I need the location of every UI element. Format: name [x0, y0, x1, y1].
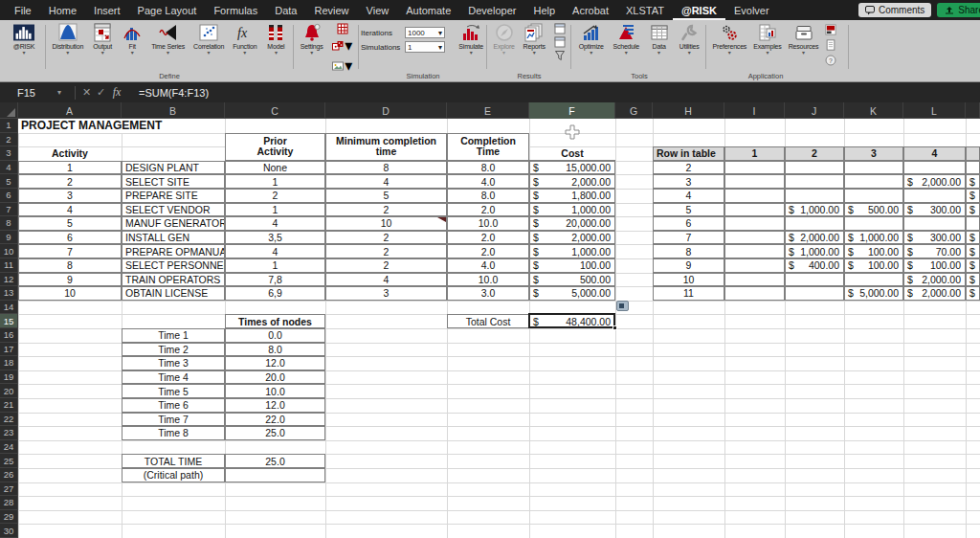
- cell-prior-activity[interactable]: 1: [225, 258, 325, 273]
- cell-table-value[interactable]: [844, 216, 903, 231]
- ribbon-small-button-iteration-grid[interactable]: [337, 23, 348, 34]
- header-times-of-nodes[interactable]: Times of nodes: [225, 314, 325, 328]
- cell-activity-no[interactable]: 8: [18, 258, 122, 273]
- cell-activity-no[interactable]: 10: [18, 286, 122, 301]
- cell-cost[interactable]: $1,000.00: [529, 203, 615, 217]
- ribbon-button-simulate[interactable]: Simulate▾: [458, 23, 483, 56]
- row-header-18[interactable]: 18: [0, 356, 18, 370]
- cell-table-value[interactable]: $1,000.00: [844, 231, 903, 245]
- cell-table-value[interactable]: $1,000.00: [785, 203, 844, 217]
- share-button[interactable]: Share: [937, 3, 980, 17]
- ribbon-small-button-thumbnails[interactable]: ▾: [332, 56, 352, 75]
- cell-time-label[interactable]: Time 4: [122, 370, 225, 385]
- ribbon-button-model[interactable]: Model▾: [265, 23, 286, 56]
- row-header-5[interactable]: 5: [0, 174, 18, 189]
- ribbon-button-optimize[interactable]: Optimize▾: [579, 23, 604, 56]
- cell-total-cost-label[interactable]: Total Cost: [447, 314, 529, 328]
- column-header-f[interactable]: F: [529, 102, 615, 119]
- cell-table-value[interactable]: [724, 244, 785, 258]
- cell-min-completion-time[interactable]: 3: [325, 286, 447, 301]
- cell-table-value-partial[interactable]: $: [966, 258, 980, 273]
- menu-tab-view[interactable]: View: [358, 0, 398, 20]
- header-cost[interactable]: Cost: [529, 146, 615, 161]
- menu-tab-risk[interactable]: @RISK: [673, 0, 725, 20]
- menu-tab-file[interactable]: File: [6, 0, 40, 20]
- cell-activity-no[interactable]: 6: [18, 231, 122, 245]
- row-header-22[interactable]: 22: [0, 413, 18, 427]
- cell-table-value[interactable]: [724, 216, 785, 231]
- ribbon-button-schedule[interactable]: Schedule▾: [612, 23, 639, 56]
- simulations-select[interactable]: 1▾: [405, 41, 445, 53]
- row-header-10[interactable]: 10: [0, 244, 18, 258]
- ribbon-button-examples[interactable]: Examples▾: [753, 23, 781, 56]
- ribbon-button-utilities[interactable]: Utilities▾: [679, 23, 700, 56]
- ribbon-button-preferences[interactable]: Preferences▾: [713, 23, 747, 56]
- menu-tab-insert[interactable]: Insert: [85, 0, 129, 20]
- header-table-col-3[interactable]: 3: [844, 146, 903, 161]
- row-header-30[interactable]: 30: [0, 524, 18, 538]
- cell-min-completion-time[interactable]: 4: [325, 273, 447, 287]
- header-minimum-completion-time[interactable]: Minimum completiontime: [325, 133, 447, 161]
- ribbon-button-fit[interactable]: Fit▾: [122, 23, 143, 56]
- cell-table-value-partial[interactable]: $: [966, 286, 980, 301]
- ribbon-small-button-newreport[interactable]: [825, 39, 836, 51]
- row-header-14[interactable]: 14: [0, 301, 18, 315]
- cell-table-value[interactable]: [785, 273, 844, 287]
- row-header-16[interactable]: 16: [0, 328, 18, 343]
- cell-table-value[interactable]: [724, 273, 785, 287]
- ribbon-small-button-random-static[interactable]: ▾: [332, 36, 352, 55]
- cell-time-value[interactable]: 22.0: [225, 413, 325, 427]
- ribbon-button-function[interactable]: fxFunction▾: [233, 23, 256, 56]
- cell-table-value[interactable]: $100.00: [844, 258, 903, 273]
- cell-table-value[interactable]: [903, 189, 966, 203]
- cell-table-value[interactable]: [903, 216, 966, 231]
- cell-table-value[interactable]: $300.00: [903, 203, 966, 217]
- enter-icon[interactable]: ✓: [94, 86, 108, 99]
- cell-activity-name[interactable]: INSTALL GEN: [122, 231, 225, 245]
- cancel-icon[interactable]: ✕: [79, 86, 94, 99]
- cell-min-completion-time[interactable]: 2: [325, 203, 447, 217]
- cell-completion-time[interactable]: 2.0: [447, 203, 529, 217]
- cell-activity-no[interactable]: 3: [18, 189, 122, 203]
- cell-table-value[interactable]: [785, 216, 844, 231]
- cell-table-value[interactable]: [724, 174, 785, 189]
- cell-completion-time[interactable]: 8.0: [447, 189, 529, 203]
- ribbon-button-explore[interactable]: Explore▾: [493, 23, 514, 56]
- cell-min-completion-time[interactable]: 2: [325, 231, 447, 245]
- cell-table-value[interactable]: [785, 161, 844, 175]
- ribbon-button-output[interactable]: Output▾: [92, 23, 113, 56]
- cell-cost[interactable]: $5,000.00: [529, 286, 615, 301]
- cell-time-value[interactable]: 12.0: [225, 398, 325, 413]
- row-header-24[interactable]: 24: [0, 440, 18, 455]
- cell-table-value[interactable]: $2,000.00: [785, 231, 844, 245]
- cell-time-label[interactable]: Time 3: [122, 356, 225, 370]
- cell-prior-activity[interactable]: 1: [225, 203, 325, 217]
- ribbon-button-distribution[interactable]: Distribution▾: [53, 23, 84, 56]
- cell-activity-name[interactable]: SELECT VENDOR: [122, 203, 225, 217]
- cell-table-value[interactable]: [844, 189, 903, 203]
- cell-prior-activity[interactable]: 4: [225, 244, 325, 258]
- cell-completion-time[interactable]: 3.0: [447, 286, 529, 301]
- cell-table-value-partial[interactable]: $: [966, 231, 980, 245]
- cell-time-label[interactable]: Time 8: [122, 426, 225, 440]
- cell-completion-time[interactable]: 2.0: [447, 231, 529, 245]
- cell-completion-time[interactable]: 10.0: [447, 216, 529, 231]
- ribbon-small-button-window1[interactable]: [554, 23, 566, 34]
- cell-table-value[interactable]: [844, 273, 903, 287]
- cell-min-completion-time[interactable]: 10: [325, 216, 447, 231]
- cell-table-value[interactable]: [785, 286, 844, 301]
- cell-prior-activity[interactable]: 3,5: [225, 231, 325, 245]
- cell-activity-name[interactable]: PREPARE OPMANUAL: [122, 244, 225, 258]
- cell-table-value[interactable]: $1,000.00: [785, 244, 844, 258]
- row-header-4[interactable]: 4: [0, 161, 18, 175]
- fill-handle[interactable]: [612, 325, 617, 330]
- cell-table-value[interactable]: $2,000.00: [903, 174, 966, 189]
- cell-total-time-value[interactable]: 25.0: [225, 454, 325, 468]
- cell-completion-time[interactable]: 2.0: [447, 244, 529, 258]
- menu-tab-developer[interactable]: Developer: [459, 0, 524, 20]
- cell-table-value[interactable]: [724, 286, 785, 301]
- cell-time-label[interactable]: Time 7: [122, 413, 225, 427]
- cell-cost[interactable]: $1,000.00: [529, 244, 615, 258]
- column-header-l[interactable]: L: [903, 102, 966, 119]
- row-header-25[interactable]: 25: [0, 454, 18, 468]
